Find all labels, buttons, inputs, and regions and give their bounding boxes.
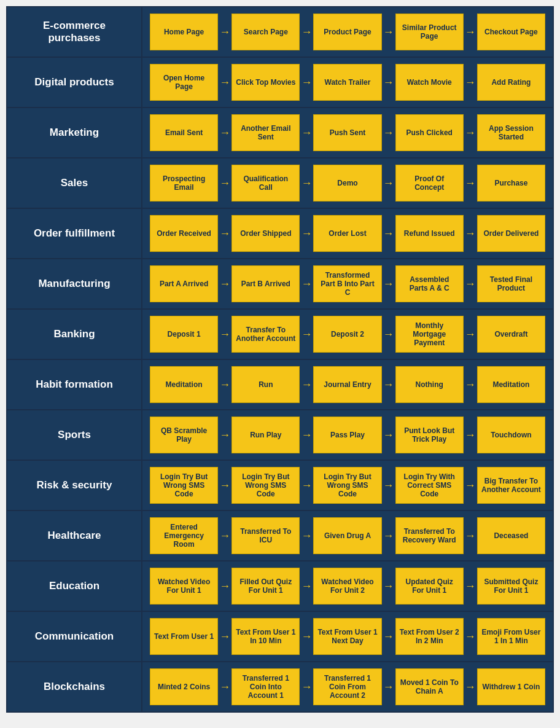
steps-container: Watched Video For Unit 1→Filled Out Quiz… [142, 562, 553, 611]
step-arrow: → [218, 630, 231, 643]
step-box: Text From User 1 Next Day [313, 618, 381, 655]
table-row: HealthcareEntered Emergency Room→Transfe… [7, 511, 553, 562]
step-arrow: → [218, 278, 231, 291]
step-arrow: → [300, 580, 313, 593]
step-box: App Session Started [477, 114, 545, 151]
step-box: Monthly Mortgage Payment [395, 316, 464, 353]
step-arrow: → [218, 227, 231, 240]
step-arrow: → [382, 127, 395, 139]
category-label: Digital products [7, 58, 142, 107]
table-row: EducationWatched Video For Unit 1→Filled… [7, 562, 553, 612]
category-label: Sales [7, 159, 142, 208]
step-arrow: → [464, 127, 477, 139]
step-box: Product Page [313, 14, 381, 50]
category-label: Habit formation [7, 360, 142, 409]
step-box: Home Page [150, 14, 218, 50]
step-box: Run Play [231, 417, 300, 453]
steps-container: Entered Emergency Room→Transferred To IC… [142, 511, 553, 560]
step-box: Withdrew 1 Coin [477, 668, 545, 705]
step-box: Login Try But Wrong SMS Code [150, 467, 218, 504]
table-row: Habit formationMeditation→Run→Journal En… [7, 360, 553, 410]
step-box: Pass Play [313, 417, 381, 453]
category-label: Education [7, 562, 142, 611]
category-label: Order fulfillment [7, 209, 142, 258]
step-box: Transfer To Another Account [231, 316, 300, 353]
step-box: Filled Out Quiz For Unit 1 [231, 568, 300, 605]
step-box: Login Try With Correct SMS Code [395, 467, 464, 504]
category-label: Manufacturing [7, 259, 142, 308]
table-row: CommunicationText From User 1→Text From … [7, 612, 553, 662]
step-box: Part B Arrived [231, 265, 300, 302]
step-box: Journal Entry [313, 366, 381, 403]
step-arrow: → [300, 530, 313, 542]
step-arrow: → [300, 429, 313, 442]
step-arrow: → [218, 429, 231, 442]
step-arrow: → [300, 479, 313, 492]
step-arrow: → [464, 278, 477, 291]
step-box: Email Sent [150, 114, 218, 151]
step-box: Given Drug A [313, 517, 381, 554]
step-arrow: → [300, 681, 313, 694]
step-arrow: → [464, 227, 477, 240]
step-box: Prospecting Email [150, 165, 218, 202]
step-box: QB Scramble Play [150, 417, 218, 453]
step-box: Push Clicked [395, 114, 464, 151]
step-arrow: → [464, 177, 477, 190]
table-row: Digital productsOpen Home Page→Click Top… [7, 58, 553, 108]
step-arrow: → [464, 76, 477, 89]
steps-container: Login Try But Wrong SMS Code→Login Try B… [142, 461, 553, 510]
step-box: Proof Of Concept [395, 165, 464, 202]
category-label: E-commerce purchases [7, 7, 142, 57]
step-box: Push Sent [313, 114, 381, 151]
step-box: Order Shipped [231, 215, 300, 252]
step-arrow: → [382, 429, 395, 442]
step-arrow: → [382, 681, 395, 694]
step-arrow: → [382, 227, 395, 240]
step-arrow: → [218, 328, 231, 341]
steps-container: Home Page→Search Page→Product Page→Simil… [142, 7, 553, 57]
step-box: Assembled Parts A & C [395, 265, 464, 302]
step-arrow: → [382, 328, 395, 341]
step-box: Another Email Sent [231, 114, 300, 151]
step-box: Qualification Call [231, 165, 300, 202]
category-label: Risk & security [7, 461, 142, 510]
step-arrow: → [218, 177, 231, 190]
steps-container: Prospecting Email→Qualification Call→Dem… [142, 159, 553, 208]
step-arrow: → [464, 681, 477, 694]
step-arrow: → [218, 580, 231, 593]
steps-container: Part A Arrived→Part B Arrived→Transforme… [142, 259, 553, 308]
step-arrow: → [218, 26, 231, 39]
table-row: ManufacturingPart A Arrived→Part B Arriv… [7, 259, 553, 310]
step-arrow: → [382, 26, 395, 39]
step-box: Text From User 2 In 2 Min [395, 618, 464, 655]
step-box: Click Top Movies [231, 64, 300, 101]
table-row: Risk & securityLogin Try But Wrong SMS C… [7, 461, 553, 511]
step-box: Deposit 1 [150, 316, 218, 353]
step-box: Nothing [395, 366, 464, 403]
step-box: Watch Trailer [313, 64, 381, 101]
steps-container: Deposit 1→Transfer To Another Account→De… [142, 310, 553, 359]
step-arrow: → [464, 328, 477, 341]
steps-container: Text From User 1→Text From User 1 In 10 … [142, 612, 553, 661]
step-box: Part A Arrived [150, 265, 218, 302]
step-box: Login Try But Wrong SMS Code [231, 467, 300, 504]
step-box: Overdraft [477, 316, 545, 353]
step-box: Transformed Part B Into Part C [313, 265, 381, 302]
step-box: Purchase [477, 165, 545, 202]
step-arrow: → [300, 76, 313, 89]
step-box: Order Lost [313, 215, 381, 252]
step-arrow: → [382, 479, 395, 492]
step-arrow: → [300, 227, 313, 240]
steps-container: Minted 2 Coins→Transferred 1 Coin Into A… [142, 662, 553, 711]
step-box: Deceased [477, 517, 545, 554]
step-arrow: → [300, 26, 313, 39]
steps-container: Meditation→Run→Journal Entry→Nothing→Med… [142, 360, 553, 409]
step-arrow: → [300, 328, 313, 341]
step-box: Checkout Page [477, 14, 545, 50]
step-box: Minted 2 Coins [150, 668, 218, 705]
step-box: Meditation [150, 366, 218, 403]
table-row: BankingDeposit 1→Transfer To Another Acc… [7, 310, 553, 360]
step-arrow: → [300, 378, 313, 391]
step-arrow: → [382, 630, 395, 643]
step-arrow: → [464, 530, 477, 542]
